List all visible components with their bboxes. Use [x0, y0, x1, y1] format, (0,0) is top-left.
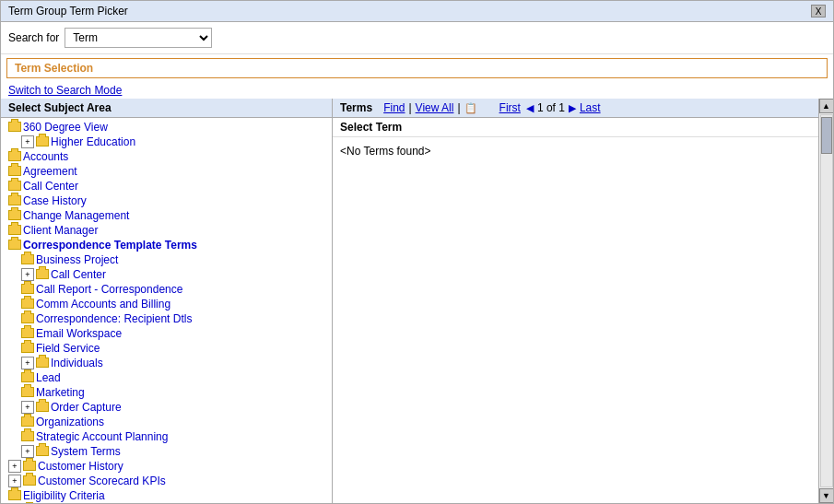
view-all-link[interactable]: View All	[416, 101, 454, 114]
tree-label-field-service[interactable]: Field Service	[36, 342, 100, 355]
tree-label-email-workspace[interactable]: Email Workspace	[36, 327, 122, 340]
tree-label-client-mgr[interactable]: Client Manager	[23, 224, 98, 237]
scrollbar-thumb[interactable]	[821, 117, 832, 154]
expand-icon-higher-ed[interactable]: +	[21, 135, 34, 148]
tree-label-customer-scorecard[interactable]: Customer Scorecard KPIs	[38, 475, 166, 487]
tree-item-strategic-acct: Strategic Account Planning	[1, 429, 332, 444]
tree-label-accounts[interactable]: Accounts	[23, 150, 68, 163]
tree-item-360: 360 Degree View	[1, 120, 332, 135]
expand-icon-customer-history[interactable]: +	[8, 460, 21, 473]
title-bar: Term Group Term Picker X	[1, 1, 833, 22]
tree-item-case-history: Case History	[1, 193, 332, 208]
left-panel: Select Subject Area 360 Degree View + Hi…	[1, 99, 333, 503]
folder-icon-field-service	[21, 343, 34, 353]
tree-item-accounts: Accounts	[1, 149, 332, 164]
folder-icon-accounts	[8, 151, 21, 161]
tree-label-call-report[interactable]: Call Report - Correspondence	[36, 283, 182, 296]
tree-label-corr-recipient[interactable]: Correspondence: Recipient Dtls	[36, 312, 192, 325]
find-link[interactable]: Find	[383, 101, 405, 114]
tree-body: 360 Degree View + Higher Education Accou…	[1, 118, 332, 503]
tree-label-comm-accounts[interactable]: Comm Accounts and Billing	[36, 298, 170, 311]
tree-item-individuals: + Individuals	[1, 356, 332, 370]
folder-icon-360	[8, 122, 21, 132]
expand-icon-call-center-2[interactable]: +	[21, 268, 34, 281]
tree-label-higher-ed[interactable]: Higher Education	[51, 135, 135, 148]
tree-item-field-service: Field Service	[1, 341, 332, 356]
folder-icon-higher-ed	[36, 136, 49, 147]
tree-item-agreement: Agreement	[1, 164, 332, 179]
expand-icon-customer-scorecard[interactable]: +	[8, 475, 21, 487]
tree-item-call-center: Call Center	[1, 179, 332, 193]
expand-icon-individuals[interactable]: +	[21, 357, 34, 369]
tree-label-call-center[interactable]: Call Center	[23, 180, 78, 193]
tree-label-corr-template[interactable]: Correspondence Template Terms	[23, 239, 197, 252]
tree-label-organizations[interactable]: Organizations	[36, 416, 104, 428]
expand-icon-order-capture[interactable]: +	[21, 401, 34, 414]
next-icon[interactable]: ▶	[569, 102, 576, 114]
expand-icon-system-terms[interactable]: +	[21, 445, 34, 458]
search-select[interactable]: Term	[65, 28, 212, 48]
search-label: Search for	[8, 31, 59, 44]
folder-icon-organizations	[21, 416, 34, 427]
scrollbar-track[interactable]	[820, 114, 833, 487]
nav-sep-1: |	[408, 101, 411, 114]
tree-label-case-history[interactable]: Case History	[23, 194, 87, 207]
tree-item-change-mgmt: Change Management	[1, 208, 332, 223]
tree-item-customer-scorecard: + Customer Scorecard KPIs	[1, 474, 332, 488]
scrollbar: ▲ ▼	[818, 99, 833, 503]
nav-first[interactable]: First	[499, 101, 521, 114]
tree-label-customer-history[interactable]: Customer History	[38, 460, 123, 473]
tree-label-biz-project[interactable]: Business Project	[36, 253, 118, 266]
tree-label-system-terms[interactable]: System Terms	[51, 445, 121, 458]
close-button[interactable]: X	[811, 5, 826, 18]
folder-icon-individuals	[36, 357, 49, 368]
folder-icon-call-center-2	[36, 269, 49, 279]
term-selection-header: Term Selection	[6, 58, 828, 78]
tree-label-strategic-acct[interactable]: Strategic Account Planning	[36, 430, 168, 443]
tree-item-email-workspace: Email Workspace	[1, 326, 332, 341]
folder-icon-biz-project	[21, 254, 34, 264]
tree-item-organizations: Organizations	[1, 415, 332, 429]
folder-icon-marketing	[21, 387, 34, 397]
folder-icon-corr-template	[8, 240, 21, 250]
folder-icon-corr-recipient	[21, 313, 34, 323]
content-area: Select Subject Area 360 Degree View + Hi…	[1, 99, 818, 503]
prev-icon[interactable]: ◀	[526, 102, 534, 114]
folder-icon-strategic-acct	[21, 431, 34, 441]
export-icon[interactable]: 📋	[464, 102, 477, 114]
tree-label-individuals[interactable]: Individuals	[51, 357, 103, 369]
tree-label-eligibility[interactable]: Eligibility Criteria	[23, 489, 105, 502]
scroll-up-button[interactable]: ▲	[819, 99, 834, 113]
folder-icon-order-capture	[36, 402, 49, 412]
terms-nav: Find | View All | 📋 First ◀ 1 of 1 ▶ Las…	[383, 101, 600, 114]
scroll-down-button[interactable]: ▼	[819, 488, 834, 503]
switch-search-mode-link[interactable]: Switch to Search Mode	[1, 82, 833, 99]
tree-item-customer-history: + Customer History	[1, 459, 332, 474]
folder-icon-comm-accounts	[21, 299, 34, 309]
tree-label-call-center-2[interactable]: Call Center	[51, 268, 106, 281]
main-window: Term Group Term Picker X Search for Term…	[0, 0, 834, 504]
right-panel-body: <No Terms found>	[333, 137, 818, 165]
tree-item-corr-recipient: Correspondence: Recipient Dtls	[1, 311, 332, 326]
tree-label-change-mgmt[interactable]: Change Management	[23, 209, 129, 222]
tree-item-corr-template: Correspondence Template Terms	[1, 238, 332, 252]
right-panel: Terms Find | View All | 📋 First ◀ 1 of 1…	[333, 99, 818, 503]
right-panel-header: Terms Find | View All | 📋 First ◀ 1 of 1…	[333, 99, 818, 118]
tree-label-marketing[interactable]: Marketing	[36, 386, 85, 399]
folder-icon-email-workspace	[21, 328, 34, 338]
nav-last[interactable]: Last	[580, 101, 601, 114]
folder-icon-change-mgmt	[8, 210, 21, 220]
tree-label-order-capture[interactable]: Order Capture	[51, 401, 122, 414]
tree-item-call-report: Call Report - Correspondence	[1, 282, 332, 297]
tree-item-marketing: Marketing	[1, 385, 332, 400]
folder-icon-call-center	[8, 181, 21, 191]
tree-item-biz-project: Business Project	[1, 252, 332, 267]
tree-label-360[interactable]: 360 Degree View	[23, 121, 108, 134]
tree-label-agreement[interactable]: Agreement	[23, 165, 77, 178]
folder-icon-call-report	[21, 284, 34, 294]
tree-label-lead[interactable]: Lead	[36, 371, 61, 384]
folder-icon-lead	[21, 372, 34, 382]
tree-item-eligibility: Eligibility Criteria	[1, 488, 332, 503]
nav-sep-2: |	[457, 101, 460, 114]
folder-icon-case-history	[8, 195, 21, 205]
